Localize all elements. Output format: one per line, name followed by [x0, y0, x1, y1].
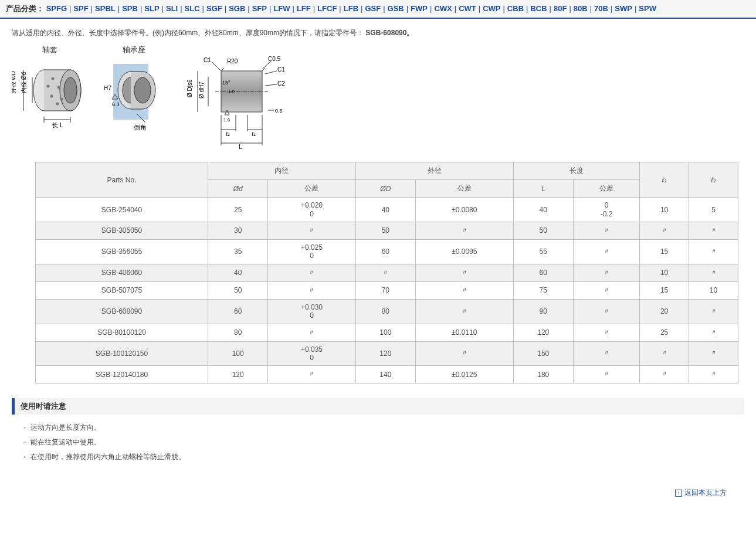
- table-cell: SGB-120140180: [36, 366, 208, 383]
- table-cell: ±0.0095: [415, 239, 513, 264]
- nav-link-slc[interactable]: SLC: [185, 4, 200, 13]
- nav-link-gsb[interactable]: GSB: [388, 4, 404, 13]
- nav-link-lff[interactable]: LFF: [297, 4, 311, 13]
- nav-link-fwp[interactable]: FWP: [411, 4, 428, 13]
- nav-separator: |: [590, 4, 592, 13]
- nav-link-cwp[interactable]: CWP: [483, 4, 500, 13]
- table-cell: +0.0250: [268, 239, 355, 264]
- table-cell: 120: [355, 341, 415, 366]
- nav-separator: |: [503, 4, 504, 13]
- table-cell: 〃: [268, 281, 355, 299]
- nav-link-lfb[interactable]: LFB: [344, 4, 358, 13]
- nav-link-80b[interactable]: 80B: [574, 4, 588, 13]
- table-cell: 〃: [689, 341, 738, 366]
- nav-link-cwt[interactable]: CWT: [459, 4, 476, 13]
- nav-separator: |: [225, 4, 226, 13]
- nav-link-lfw[interactable]: LFW: [273, 4, 290, 13]
- nav-separator: |: [202, 4, 204, 13]
- label-h7: H7: [104, 85, 111, 91]
- nav-link-80f[interactable]: 80F: [554, 4, 567, 13]
- table-row: SGB-8010012080〃100±0.0110120〃25〃: [36, 324, 738, 341]
- table-cell: 〃: [268, 324, 355, 341]
- table-cell: 55: [513, 239, 573, 264]
- table-cell: 〃: [573, 281, 639, 299]
- nav-link-lfcf[interactable]: LFCF: [317, 4, 337, 13]
- table-cell: 〃: [268, 222, 355, 239]
- svg-point-7: [47, 85, 50, 88]
- diagram-bushing-title: 轴套: [12, 45, 88, 55]
- svg-line-25: [265, 71, 277, 74]
- nav-link-70b[interactable]: 70B: [594, 4, 608, 13]
- nav-link-sgf[interactable]: SGF: [206, 4, 222, 13]
- table-cell: SGB-608090: [36, 299, 208, 324]
- svg-point-8: [56, 103, 59, 106]
- diagram-section: C1 R20 C0.5 C1 C2 Ø Djs6 Ø dH7 15° 1.6 1…: [180, 45, 297, 150]
- label-outer-d: 外径 ØD: [12, 71, 16, 93]
- nav-link-gsf[interactable]: GSF: [365, 4, 381, 13]
- label-r20: R20: [227, 58, 238, 64]
- nav-link-spbl[interactable]: SPBL: [95, 4, 116, 13]
- nav-link-bcb[interactable]: BCB: [530, 4, 547, 13]
- th-l2: ℓ₂: [689, 162, 738, 198]
- nav-separator: |: [180, 4, 182, 13]
- notice-header: 使用时请注意: [12, 398, 744, 415]
- table-cell: 10: [640, 198, 689, 222]
- label-len: 长 L: [52, 121, 63, 128]
- table-cell: 20: [640, 299, 689, 324]
- nav-link-spf[interactable]: SPF: [73, 4, 88, 13]
- table-cell: 15: [640, 239, 689, 264]
- nav-link-sfp[interactable]: SFP: [252, 4, 267, 13]
- nav-link-slp[interactable]: SLP: [144, 4, 159, 13]
- table-cell: 0-0.2: [573, 198, 639, 222]
- nav-link-swp[interactable]: SWP: [615, 4, 632, 13]
- nav-link-cbb[interactable]: CBB: [507, 4, 524, 13]
- notice-item: 能在往复运动中使用。: [23, 435, 744, 450]
- table-cell: 〃: [415, 281, 513, 299]
- table-cell: 60: [208, 299, 268, 324]
- nav-link-sli[interactable]: SLI: [166, 4, 178, 13]
- table-cell: +0.0350: [268, 341, 355, 366]
- th-l1: ℓ₁: [640, 162, 689, 198]
- table-row: SGB-40606040〃〃〃60〃10〃: [36, 264, 738, 281]
- nav-separator: |: [118, 4, 120, 13]
- svg-line-26: [265, 84, 277, 86]
- label-chamfer: 倒角: [134, 124, 147, 131]
- table-cell: 80: [355, 299, 415, 324]
- nav-link-spw[interactable]: SPW: [639, 4, 656, 13]
- th-d: Ød: [208, 180, 268, 198]
- table-cell: 〃: [268, 366, 355, 383]
- th-parts: Parts No.: [36, 162, 208, 198]
- table-row: SGB-100120150100+0.0350120〃150〃〃〃: [36, 341, 738, 366]
- nav-link-sgb[interactable]: SGB: [229, 4, 245, 13]
- nav-link-spb[interactable]: SPB: [122, 4, 138, 13]
- table-cell: 50: [208, 281, 268, 299]
- nav-separator: |: [91, 4, 93, 13]
- label-L: L: [239, 143, 242, 150]
- table-cell: 〃: [640, 366, 689, 383]
- label-djs6: Ø Djs6: [187, 79, 193, 97]
- table-cell: 5: [689, 198, 738, 222]
- label-c1a: C1: [204, 57, 211, 63]
- th-dtol: 公差: [268, 180, 355, 198]
- back-to-top-link[interactable]: ↑返回本页上方: [675, 488, 727, 497]
- nav-separator: |: [430, 4, 432, 13]
- nav-separator: |: [162, 4, 164, 13]
- diagram-housing: 轴承座 H7 6.3 倒角: [101, 45, 166, 134]
- th-L: L: [513, 180, 573, 198]
- table-cell: 〃: [573, 366, 639, 383]
- table-row: SGB-60809060+0.030080〃90〃20〃: [36, 299, 738, 324]
- svg-point-3: [52, 77, 55, 80]
- nav-link-cwx[interactable]: CWX: [434, 4, 452, 13]
- table-cell: 〃: [415, 264, 513, 281]
- label-dh7: Ø dH7: [198, 82, 205, 99]
- arrow-up-icon: ↑: [675, 490, 682, 497]
- table-cell: 〃: [573, 222, 639, 239]
- svg-line-23: [212, 62, 221, 71]
- th-Dtol: 公差: [415, 180, 513, 198]
- nav-separator: |: [361, 4, 362, 13]
- nav-separator: |: [339, 4, 341, 13]
- nav-separator: |: [479, 4, 480, 13]
- nav-link-spfg[interactable]: SPFG: [46, 4, 67, 13]
- table-cell: 50: [355, 222, 415, 239]
- table-cell: 〃: [573, 341, 639, 366]
